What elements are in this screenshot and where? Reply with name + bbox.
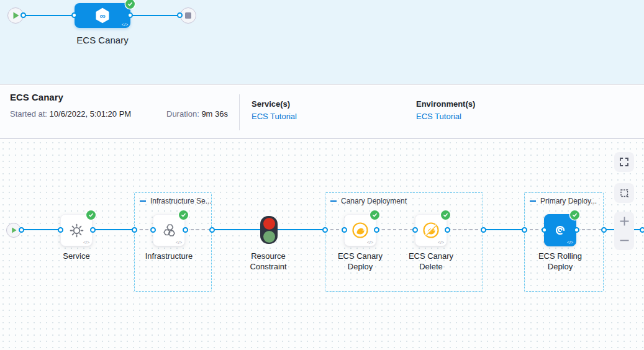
started-label: Started at:	[10, 109, 47, 119]
pipeline-execution-page: ∞ </> ECS Canary ECS Canary Started at: …	[0, 0, 644, 350]
traffic-green-light	[263, 231, 275, 243]
code-icon: </>	[567, 240, 573, 245]
environments-block: Environment(s) ECS Tutorial	[416, 99, 475, 122]
step-label: Infrastructure	[135, 251, 203, 261]
step-service[interactable]: </>	[60, 214, 93, 246]
group-header-primary-deployment[interactable]: Primary Deploy...	[530, 197, 597, 205]
step-label: ECS Canary Deploy	[326, 251, 394, 272]
edge	[447, 229, 483, 230]
step-label: ECS Rolling Deploy	[526, 251, 594, 272]
step-success-badge	[441, 210, 450, 220]
connector-dot	[481, 227, 486, 233]
step-success-badge	[86, 210, 96, 220]
environments-label: Environment(s)	[416, 99, 475, 109]
connector-dot	[574, 227, 579, 233]
play-icon	[12, 12, 19, 19]
code-icon: </>	[438, 240, 444, 245]
hexagon-cluster-icon	[161, 222, 178, 239]
connector-dot	[209, 227, 215, 233]
connector-dot	[150, 227, 156, 233]
connector-dot	[322, 227, 328, 233]
marquee-select-icon	[619, 188, 630, 199]
step-label: Service	[42, 251, 111, 261]
code-icon: </>	[176, 240, 182, 245]
edge	[21, 229, 60, 230]
collapse-icon	[530, 200, 536, 202]
environments-link[interactable]: ECS Tutorial	[416, 112, 461, 121]
zoom-out-button[interactable]	[614, 231, 634, 250]
group-label: Canary Deployment	[341, 197, 407, 205]
step-ecs-canary-deploy[interactable]: </>	[344, 214, 376, 246]
stage-node-ecs-canary[interactable]: ∞ </>	[75, 3, 130, 28]
edge	[278, 229, 325, 230]
info-divider	[239, 94, 240, 130]
stop-icon	[185, 12, 191, 19]
connector-dot	[20, 12, 26, 18]
services-label: Service(s)	[252, 99, 297, 109]
canary-delete-icon	[422, 221, 440, 240]
stage-success-badge	[125, 0, 135, 9]
connector-dot	[522, 227, 527, 233]
svg-text:∞: ∞	[100, 12, 106, 20]
code-icon: </>	[367, 240, 373, 245]
step-label: Resource Constraint	[234, 251, 302, 272]
group-label: Primary Deploy...	[540, 197, 597, 205]
connector-dot	[127, 12, 133, 18]
step-ecs-rolling-deploy[interactable]: </>	[544, 214, 576, 246]
edge	[576, 229, 604, 230]
duration-label: Duration:	[166, 109, 199, 119]
edge	[212, 229, 260, 230]
duration: Duration: 9m 36s	[166, 109, 228, 119]
connector-dot	[177, 12, 183, 18]
fullscreen-button[interactable]	[614, 152, 634, 172]
edge	[185, 229, 212, 230]
zoom-panel	[614, 212, 634, 250]
started-value: 10/6/2022, 5:01:20 PM	[50, 109, 132, 119]
zoom-in-button[interactable]	[614, 212, 634, 231]
gear-icon	[68, 222, 85, 239]
marquee-select-button[interactable]	[614, 183, 634, 203]
group-label: Infrastructure Se...	[150, 197, 212, 205]
group-header-canary-deployment[interactable]: Canary Deployment	[330, 197, 407, 205]
duration-value: 9m 36s	[201, 109, 228, 119]
connector-dot	[71, 12, 77, 18]
execution-title: ECS Canary	[10, 92, 63, 102]
collapse-icon	[330, 200, 337, 202]
edge	[93, 229, 134, 230]
code-icon: </>	[83, 240, 89, 245]
connector-dot	[19, 227, 24, 233]
step-success-badge	[570, 210, 579, 220]
canary-icon	[351, 221, 370, 240]
connector-dot	[445, 227, 450, 233]
step-ecs-canary-delete[interactable]: </>	[415, 214, 447, 246]
play-icon	[11, 227, 17, 233]
traffic-red-light	[263, 218, 275, 230]
services-link[interactable]: ECS Tutorial	[252, 112, 297, 121]
ecs-swirl-icon	[552, 222, 568, 238]
connector-dot	[412, 227, 418, 233]
connector-dot	[132, 227, 137, 233]
edge	[483, 229, 524, 230]
started-at: Started at: 10/6/2022, 5:01:20 PM	[10, 109, 131, 119]
connector-dot	[342, 227, 347, 233]
group-header-infrastructure[interactable]: Infrastructure Se...	[140, 197, 212, 205]
connector-dot	[601, 227, 607, 233]
stage-label: ECS Canary	[65, 35, 140, 45]
step-resource-constraint[interactable]	[260, 216, 278, 244]
fullscreen-icon	[619, 157, 629, 167]
connector-dot	[58, 227, 63, 233]
connector-dot	[183, 227, 188, 233]
connector-dot	[542, 227, 547, 233]
step-success-badge	[179, 210, 188, 220]
services-block: Service(s) ECS Tutorial	[252, 99, 297, 122]
pipeline-hexagon-icon: ∞	[93, 6, 112, 25]
step-success-badge	[370, 210, 379, 220]
connector-dot	[640, 227, 644, 233]
step-infrastructure[interactable]: </>	[153, 214, 185, 246]
execution-info-bar: ECS Canary Started at: 10/6/2022, 5:01:2…	[0, 86, 644, 139]
edge	[376, 229, 415, 230]
stage-minimap: ∞ </> ECS Canary	[0, 0, 644, 85]
connector-dot	[374, 227, 379, 233]
code-icon: </>	[122, 22, 128, 27]
collapse-icon	[140, 200, 146, 202]
